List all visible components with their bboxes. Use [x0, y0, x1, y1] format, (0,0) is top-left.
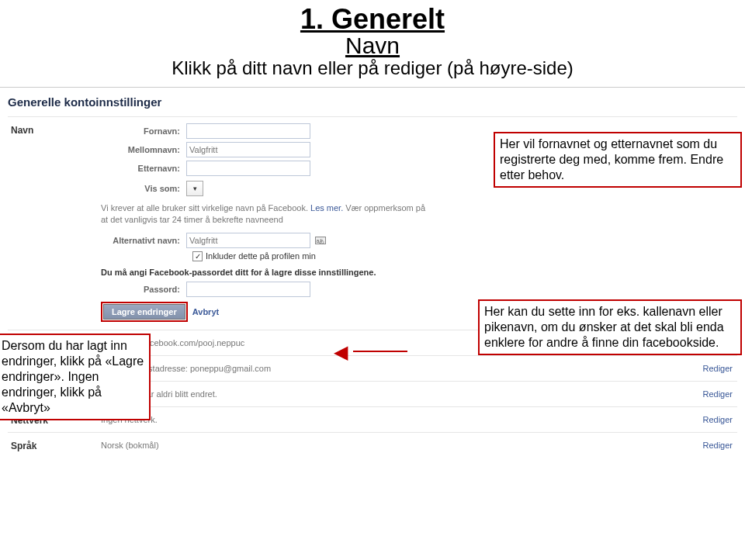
row-label: Språk	[8, 439, 101, 451]
settings-area: Her vil fornavnet og etternavnet som du …	[0, 116, 745, 458]
dropdown-vis-som[interactable]: ▾	[186, 181, 203, 196]
name-policy-note: Vi krever at alle bruker sitt virkelige …	[101, 202, 427, 226]
label-fornavn: Fornavn:	[101, 126, 186, 136]
row-value: Passordet har aldri blitt endret.	[101, 388, 702, 399]
edit-link[interactable]: Rediger	[702, 413, 737, 424]
input-etternavn[interactable]	[186, 161, 310, 176]
input-fornavn[interactable]	[186, 123, 310, 139]
slide-subtitle: Navn	[0, 33, 745, 59]
edit-link[interactable]: Rediger	[702, 388, 737, 399]
password-required-note: Du må angi Facebook-passordet ditt for å…	[101, 268, 737, 277]
save-button-highlight: Lagre endringer	[101, 302, 188, 322]
label-etternavn: Etternavn:	[101, 164, 186, 173]
label-mellomnavn: Mellomnavn:	[101, 145, 186, 154]
callout-name-fields: Her vil fornavnet og etternavnet som du …	[494, 132, 742, 188]
label-vis-som: Vis som:	[101, 184, 186, 193]
input-mellomnavn[interactable]	[186, 142, 310, 157]
callout-save-cancel: Dersom du har lagt inn endringer, klikk …	[0, 334, 151, 420]
cancel-button[interactable]: Avbryt	[192, 307, 219, 316]
note-text-1: Vi krever at alle bruker sitt virkelige …	[101, 203, 308, 213]
language-icon[interactable]: aあ	[315, 237, 326, 244]
slide-title: 1. Generelt	[0, 3, 745, 36]
row-value: Ingen nettverk.	[101, 413, 702, 424]
checkbox-include-profile[interactable]: ✓	[192, 251, 203, 261]
edit-link[interactable]: Rediger	[702, 439, 737, 450]
settings-row: SpråkNorsk (bokmål)Rediger	[8, 432, 737, 458]
note-link-learn-more[interactable]: Les mer.	[310, 203, 343, 213]
section-title: Generelle kontoinnstillinger	[0, 94, 745, 116]
slide-header: 1. Generelt Navn Klikk på ditt navn elle…	[0, 0, 745, 87]
input-passord[interactable]	[186, 282, 310, 297]
checkbox-line-include-profile[interactable]: ✓ Inkluder dette på profilen min	[192, 251, 737, 261]
callout-alt-name: Her kan du sette inn for eks. kallenavn …	[478, 299, 742, 355]
arrow-line	[353, 351, 407, 352]
label-alt-navn: Alternativt navn:	[101, 236, 186, 245]
edit-link[interactable]: Rediger	[702, 362, 737, 373]
slide-instruction: Klikk på ditt navn eller på rediger (på …	[0, 57, 745, 79]
row-label-navn: Navn	[8, 123, 101, 322]
label-passord: Passord:	[101, 285, 186, 294]
save-button[interactable]: Lagre endringer	[103, 304, 185, 320]
checkbox-label-include-profile: Inkluder dette på profilen min	[206, 251, 316, 261]
row-value: Primær e-postadresse: poneppu@gmail.com	[101, 362, 702, 373]
divider	[0, 87, 745, 88]
input-alt-navn[interactable]	[186, 233, 310, 248]
row-value: Norsk (bokmål)	[101, 439, 702, 450]
